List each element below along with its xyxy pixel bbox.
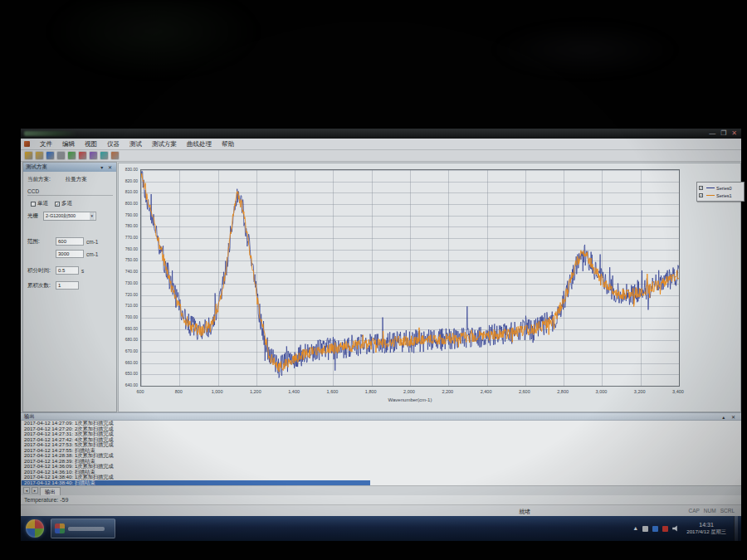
grating-dropdown[interactable]: 2-G1200刻500 ▼ (43, 212, 96, 221)
axis-tick-label: 2,400 (481, 389, 492, 394)
axis-tick-label: 2,200 (442, 389, 453, 394)
axis-tick-label: 780.00 (125, 223, 138, 228)
axis-tick-label: 760.00 (125, 246, 138, 251)
axis-tick-label: 750.00 (125, 257, 138, 262)
axis-tick-label: 700.00 (125, 314, 138, 319)
keyboard-indicators: CAPNUMSCRL (688, 508, 735, 514)
taskbar-clock[interactable]: 14:31 2017/4/12 星期三 (686, 522, 726, 535)
indicator-num: NUM (704, 508, 716, 514)
ready-status: 就绪 (519, 508, 530, 516)
speaker-icon[interactable] (672, 525, 679, 532)
zoom-icon[interactable] (100, 152, 108, 159)
range-to-unit: cm-1 (86, 251, 98, 257)
axis-tick-label: 600 (136, 389, 144, 394)
axis-tick-label: 1,000 (212, 389, 223, 394)
photo-background: — ❐ ✕ 文件编辑视图仪器测试测试方案曲线处理帮助 测试方案 ▾ ✕ 当前方案… (0, 0, 747, 560)
ccd-group-label: CCD (27, 188, 113, 196)
start-icon[interactable] (68, 152, 76, 159)
axis-tick-label: 680.00 (125, 337, 138, 342)
range-to-field[interactable]: 3000 (56, 250, 84, 258)
toolbar (21, 150, 741, 162)
range-row: 范围: 600 cm-1 (27, 237, 113, 246)
hidden-icons-arrow-icon[interactable]: ▲ (632, 524, 638, 533)
settings-icon[interactable] (111, 152, 119, 159)
axis-tick-label: 670.00 (125, 348, 138, 353)
legend-checkbox[interactable]: ✓ (699, 186, 703, 190)
axis-tick-label: 660.00 (125, 360, 138, 365)
single-channel-checkbox[interactable] (31, 202, 36, 207)
current-plan-label: 当前方案: (27, 176, 51, 183)
stop-icon[interactable] (79, 152, 86, 159)
minimize-button[interactable]: — (709, 129, 715, 138)
grating-label: 光栅 (27, 212, 38, 220)
menu-item-6[interactable]: 曲线处理 (182, 140, 217, 148)
axis-tick-label: 640.00 (125, 382, 138, 387)
print-icon[interactable] (57, 152, 65, 159)
show-desktop-button[interactable] (734, 516, 738, 541)
range-from-field[interactable]: 600 (56, 237, 84, 246)
maximize-button[interactable]: ❐ (720, 129, 726, 138)
menu-item-0[interactable]: 文件 (35, 140, 57, 148)
new-icon[interactable] (25, 152, 32, 159)
axis-tick-label: 3,200 (634, 389, 646, 394)
monitor-screen: — ❐ ✕ 文件编辑视图仪器测试测试方案曲线处理帮助 测试方案 ▾ ✕ 当前方案… (21, 129, 741, 541)
app-title (24, 131, 77, 136)
axis-tick-label: 1,400 (288, 389, 300, 394)
range-from-unit: cm-1 (86, 239, 98, 245)
chevron-down-icon: ▼ (90, 212, 95, 220)
open-icon[interactable] (36, 152, 43, 159)
taskbar-app-button[interactable] (51, 519, 115, 538)
accumulation-field[interactable]: 1 (56, 281, 79, 290)
network-icon[interactable] (652, 526, 658, 532)
menu-item-3[interactable]: 仪器 (102, 140, 124, 148)
output-panel-buttons[interactable]: ▴ ✕ (722, 414, 738, 420)
multi-channel-checkbox[interactable]: ✓ (55, 202, 60, 207)
axis-tick-label: 720.00 (125, 292, 138, 297)
range-label: 范围: (27, 238, 56, 246)
axis-tick-label: 730.00 (125, 280, 138, 285)
temperature-status: Temperature: -59 (21, 495, 741, 504)
settings-panel-title: 测试方案 (26, 163, 47, 171)
grating-row: 光栅 2-G1200刻500 ▼ (27, 212, 113, 221)
start-button[interactable] (26, 519, 44, 538)
axis-tick-label: 1,800 (365, 389, 377, 394)
current-plan-value: 拉曼方案 (66, 176, 87, 183)
menu-item-5[interactable]: 测试方案 (147, 140, 182, 148)
tab-output[interactable]: 输出 (40, 487, 61, 495)
app-task-label (68, 527, 105, 531)
legend-line-sample (706, 195, 715, 196)
close-button[interactable]: ✕ (731, 129, 737, 138)
integration-field[interactable]: 0.5 (56, 266, 79, 275)
screen-reflection (46, 0, 261, 79)
menu-item-1[interactable]: 编辑 (57, 140, 80, 148)
flag-icon[interactable] (662, 526, 668, 532)
menu-item-2[interactable]: 视图 (80, 140, 102, 148)
panel-buttons[interactable]: ▾ ✕ (100, 164, 114, 170)
save-icon[interactable] (46, 152, 54, 159)
app-icon (24, 141, 30, 147)
axis-tick-label: 1,200 (250, 389, 261, 394)
axis-tick-label: 710.00 (125, 303, 138, 308)
range-row-2: 3000 cm-1 (27, 250, 113, 258)
screen-reflection (490, 21, 681, 79)
output-log: 2017-04-12 14:27:09: 1次累加扫描完成2017-04-12 … (21, 421, 741, 485)
menu-item-4[interactable]: 测试 (124, 140, 147, 148)
axis-tick-label: 800.00 (125, 201, 138, 206)
workspace: 测试方案 ▾ ✕ 当前方案: 拉曼方案 CCD 单道 ✓ 多道 光栅 (21, 162, 741, 412)
axis-tick-label: 800 (175, 389, 183, 394)
menu-item-7[interactable]: 帮助 (217, 140, 239, 148)
axis-tick-label: 810.00 (125, 189, 138, 194)
legend-item: ✓Series1 (699, 192, 742, 199)
axis-tick-label: 2,800 (557, 389, 569, 394)
status-bar: 就绪 CAPNUMSCRL (21, 504, 741, 516)
curve-icon[interactable] (90, 152, 97, 159)
app-titlebar: — ❐ ✕ (21, 129, 741, 139)
tab-scroll-right-icon[interactable]: ▸ (32, 487, 38, 494)
indicator-scrl: SCRL (720, 508, 735, 514)
x-axis-title: Wavenumber(cm-1) (140, 397, 680, 402)
legend-checkbox[interactable]: ✓ (699, 193, 703, 197)
tab-scroll-left-icon[interactable]: ◂ (23, 487, 30, 494)
input-method-icon[interactable] (642, 526, 648, 532)
current-plan-row: 当前方案: 拉曼方案 (27, 176, 113, 183)
axis-tick-label: 790.00 (125, 212, 138, 217)
